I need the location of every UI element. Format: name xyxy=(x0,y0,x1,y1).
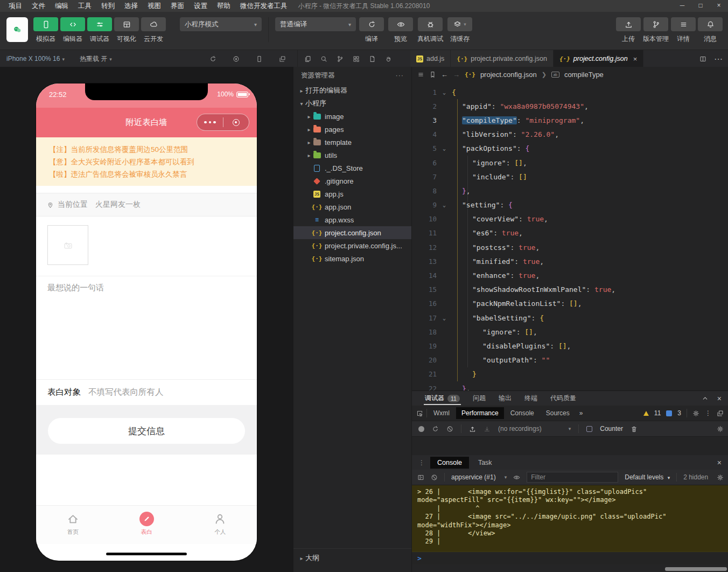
target-input[interactable]: 不填写代表向所有人 xyxy=(88,387,164,398)
split-editor-icon[interactable] xyxy=(699,55,706,62)
explorer-section-0[interactable]: ▸打开的编辑器 xyxy=(293,84,411,97)
outline-section[interactable]: ▸大纲 xyxy=(293,548,411,564)
panel-tab-代码质量[interactable]: 代码质量 xyxy=(545,391,582,406)
message-textarea[interactable]: 最想说的一句话 xyxy=(47,283,104,293)
recordings-dropdown[interactable]: (no recordings) xyxy=(498,425,542,433)
tree-item-project.private.config.js...[interactable]: {·}project.private.config.js... xyxy=(293,239,411,252)
editor-tab-project.config.json[interactable]: {·}project.config.json× xyxy=(554,50,643,67)
breadcrumb-symbol[interactable]: compileType xyxy=(564,71,604,79)
simulator-button[interactable]: 模拟器 xyxy=(32,17,59,44)
phone-tab-个人[interactable]: 个人 xyxy=(183,506,257,544)
close-panel-icon[interactable]: × xyxy=(717,394,722,403)
more-actions-icon[interactable]: ⋯ xyxy=(714,54,723,64)
console-prompt-row[interactable]: > xyxy=(412,552,728,564)
console-tab-Task[interactable]: Task xyxy=(471,457,499,469)
live-expression-icon[interactable] xyxy=(513,474,520,481)
reload-icon[interactable] xyxy=(432,425,439,433)
tree-item-.gitignore[interactable]: .gitignore xyxy=(293,175,411,187)
save-profile-icon[interactable] xyxy=(484,425,491,433)
panel-tab-问题[interactable]: 问题 xyxy=(467,391,491,406)
trash-icon[interactable] xyxy=(631,425,638,433)
bookmark-icon[interactable] xyxy=(429,71,436,78)
record-button[interactable] xyxy=(418,426,424,432)
more-button[interactable] xyxy=(197,114,223,130)
tree-item-app.js[interactable]: JSapp.js xyxy=(293,187,411,200)
panel-tab-终端[interactable]: 终端 xyxy=(519,391,543,406)
location-row[interactable]: 当前位置 火星网友一枚 xyxy=(36,193,257,217)
debugger-button[interactable]: 调试器 xyxy=(86,17,113,44)
console-settings-icon[interactable] xyxy=(717,474,724,481)
exit-button[interactable] xyxy=(223,114,249,130)
minimize-button[interactable]: ─ xyxy=(673,0,691,12)
load-profile-icon[interactable] xyxy=(469,425,476,433)
screen-record-icon[interactable] xyxy=(233,55,240,62)
panel-tab-调试器[interactable]: 调试器11 xyxy=(419,391,465,406)
clear-cache-button[interactable]: ▾清缓存 xyxy=(446,17,473,44)
explorer-section-1[interactable]: ▾小程序 xyxy=(293,97,411,110)
tree-item-._.DS_Store[interactable]: ._.DS_Store xyxy=(293,162,411,175)
code-area[interactable]: 1⌄{2"appid": "wxa8a0987b05074943",3"comp… xyxy=(412,82,728,390)
back-icon[interactable]: ← xyxy=(441,71,448,79)
performance-settings-icon[interactable] xyxy=(717,425,724,433)
tree-item-app.json[interactable]: {·}app.json xyxy=(293,200,411,213)
device-selector[interactable]: iPhone X 100% 16▾ xyxy=(6,55,65,62)
fold-arrow-icon[interactable]: ⌄ xyxy=(437,89,452,95)
messages-button[interactable]: 消息 xyxy=(697,17,724,44)
breadcrumb-file[interactable]: project.config.json xyxy=(480,71,537,79)
forward-icon[interactable]: → xyxy=(453,71,460,79)
fold-arrow-icon[interactable]: ⌄ xyxy=(437,145,452,151)
menu-item-4[interactable]: 转到 xyxy=(97,0,119,12)
menu-item-5[interactable]: 选择 xyxy=(120,0,142,12)
tree-item-pages[interactable]: ▸pages xyxy=(293,123,411,136)
warning-count[interactable]: 11 xyxy=(654,409,661,417)
counter-checkbox[interactable] xyxy=(586,426,592,432)
editor-tab-add.js[interactable]: JSadd.js xyxy=(410,50,451,67)
menu-item-10[interactable]: 微信开发者工具 xyxy=(236,0,292,12)
collapse-panel-icon[interactable] xyxy=(702,395,709,402)
details-button[interactable]: 详情 xyxy=(670,17,697,44)
inspect-element-icon[interactable] xyxy=(416,410,423,417)
clear-console-icon[interactable] xyxy=(431,474,438,481)
devtools-tab-Sources[interactable]: Sources xyxy=(541,407,575,419)
devtools-settings-icon[interactable] xyxy=(692,410,699,417)
console-sidebar-icon[interactable] xyxy=(417,474,424,481)
source-control-icon[interactable] xyxy=(337,55,344,62)
multi-window-icon[interactable] xyxy=(279,55,286,62)
close-tab-icon[interactable]: × xyxy=(633,55,638,63)
compile-mode-dropdown[interactable]: 普通编译▾ xyxy=(275,17,356,31)
explorer-more-icon[interactable]: ··· xyxy=(396,72,404,79)
files-icon[interactable] xyxy=(304,55,311,62)
devtools-tab-Performance[interactable]: Performance xyxy=(456,407,504,419)
close-button[interactable]: × xyxy=(710,0,728,12)
console-drawer-more-icon[interactable]: ⋮ xyxy=(416,459,427,466)
search-icon[interactable] xyxy=(320,55,327,62)
rotate-device-icon[interactable] xyxy=(209,55,216,62)
editor-menu-icon[interactable] xyxy=(417,71,424,78)
tree-item-app.wxss[interactable]: ≡app.wxss xyxy=(293,213,411,226)
panel-tab-输出[interactable]: 输出 xyxy=(493,391,517,406)
editor-tab-project.private.config.json[interactable]: {·}project.private.config.json xyxy=(451,50,554,67)
menu-item-8[interactable]: 设置 xyxy=(190,0,212,12)
tree-item-template[interactable]: ▸template xyxy=(293,136,411,149)
menu-item-9[interactable]: 帮助 xyxy=(213,0,235,12)
clear-icon[interactable] xyxy=(446,425,453,433)
submit-button[interactable]: 提交信息 xyxy=(48,418,245,444)
fold-arrow-icon[interactable]: ⌄ xyxy=(437,202,452,208)
extensions-icon[interactable] xyxy=(353,55,360,62)
menu-item-2[interactable]: 编辑 xyxy=(51,0,73,12)
visualization-button[interactable]: 可视化 xyxy=(113,17,140,44)
context-dropdown[interactable]: appservice (#1) xyxy=(451,473,496,481)
mode-dropdown[interactable]: 小程序模式▾ xyxy=(180,17,262,31)
devtools-tab-Wxml[interactable]: Wxml xyxy=(428,407,455,419)
compile-button[interactable]: 编译 xyxy=(358,17,385,44)
cloud-dev-button[interactable]: 云开发 xyxy=(140,17,167,44)
image-upload-button[interactable] xyxy=(47,225,88,265)
version-manage-button[interactable]: 版本管理 xyxy=(642,17,670,44)
dock-side-icon[interactable] xyxy=(717,410,724,417)
tree-item-utils[interactable]: ▸utils xyxy=(293,149,411,162)
maximize-button[interactable]: □ xyxy=(691,0,710,12)
horizontal-scrollbar[interactable] xyxy=(665,567,727,571)
device-frame-icon[interactable] xyxy=(256,55,263,62)
tree-item-sitemap.json[interactable]: {·}sitemap.json xyxy=(293,252,411,265)
phone-tab-表白[interactable]: 表白 xyxy=(110,506,184,544)
